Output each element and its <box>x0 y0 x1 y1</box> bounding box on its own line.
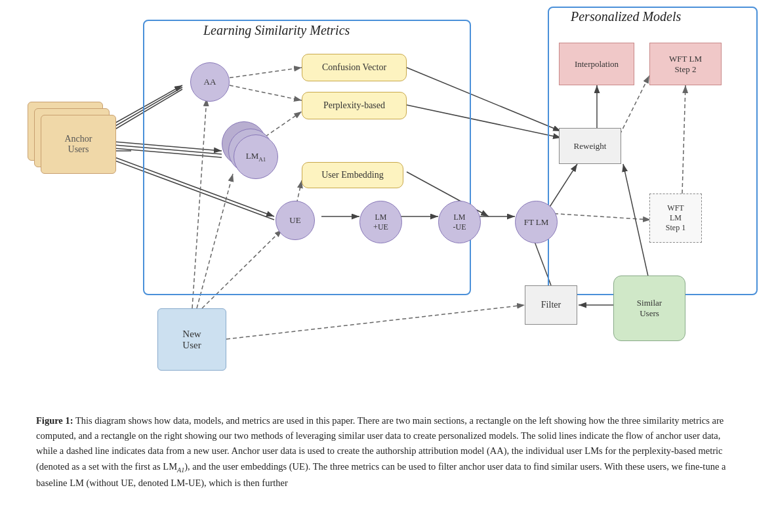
anchor-users-stack: Anchor Users <box>28 102 113 180</box>
wft-lm-step1-node: WFT LM Step 1 <box>649 194 702 243</box>
wft-lm-step1-label: WFT LM Step 1 <box>666 203 685 233</box>
perplexity-label: Perplexity-based <box>323 100 385 111</box>
ue-label: UE <box>289 215 300 226</box>
reweight-label: Reweight <box>574 141 607 152</box>
lm-a1-node: LMA1 <box>234 134 278 179</box>
caption: Figure 1: This diagram shows how data, m… <box>36 413 741 491</box>
svg-line-31 <box>226 305 525 339</box>
lm-plus-ue-label: LM +UE <box>373 213 388 232</box>
similar-users-label: Similar Users <box>637 298 662 319</box>
aa-node: AA <box>190 62 230 102</box>
ue-node: UE <box>276 201 315 240</box>
lm-minus-ue-label: LM -UE <box>453 213 466 232</box>
perplexity-node: Perplexity-based <box>302 92 407 119</box>
caption-subscript: A1 <box>177 466 184 473</box>
anchor-card-front: Anchor Users <box>41 115 116 174</box>
interpolation-label: Interpolation <box>575 59 619 70</box>
ft-lm-node: FT LM <box>515 201 558 243</box>
confusion-vector-label: Confusion Vector <box>322 62 386 73</box>
similar-users-node: Similar Users <box>613 276 685 341</box>
anchor-users-label: Anchor Users <box>65 134 92 155</box>
aa-label: AA <box>204 77 216 87</box>
diagram: Learning Similarity Metrics Personalized… <box>0 0 776 407</box>
lm-minus-ue-node: LM -UE <box>438 201 481 243</box>
wft-lm-step2-node: WFT LM Step 2 <box>649 43 722 85</box>
user-embedding-node: User Embedding <box>302 162 403 188</box>
confusion-vector-node: Confusion Vector <box>302 54 407 81</box>
wft-lm-step2-label: WFT LM Step 2 <box>669 54 702 75</box>
filter-label: Filter <box>541 300 561 310</box>
reweight-node: Reweight <box>559 128 621 164</box>
figure-label: Figure 1: <box>36 415 73 426</box>
new-user-label: New User <box>182 329 201 351</box>
filter-node: Filter <box>525 285 577 325</box>
user-embedding-label: User Embedding <box>321 170 383 180</box>
new-user-node: New User <box>157 308 226 371</box>
ft-lm-label: FT LM <box>524 217 549 228</box>
lm-a1-label: LMA1 <box>246 151 266 163</box>
lm-plus-ue-node: LM +UE <box>359 201 402 243</box>
interpolation-node: Interpolation <box>559 43 634 85</box>
